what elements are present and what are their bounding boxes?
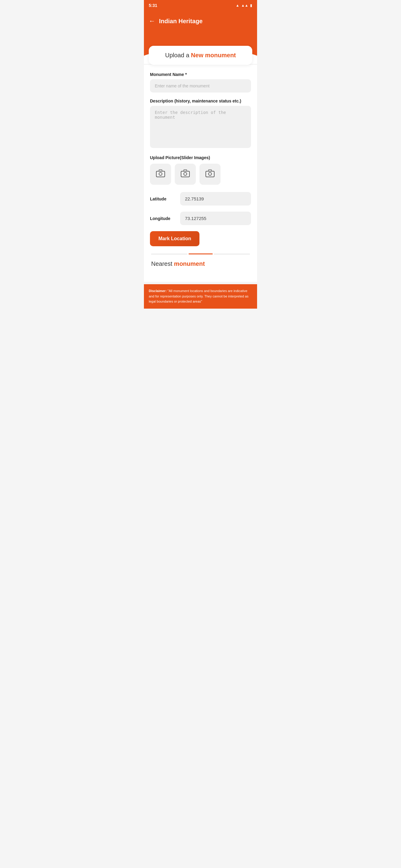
top-nav-bar: ← Indian Heritage bbox=[144, 11, 257, 28]
longitude-input[interactable] bbox=[180, 212, 251, 225]
wifi-icon: ▲ bbox=[236, 3, 239, 7]
divider-section bbox=[150, 253, 251, 254]
signal-icon: ▲▲ bbox=[241, 3, 248, 7]
battery-icon: ▮ bbox=[250, 3, 252, 7]
description-label: Description (history, maintenance status… bbox=[150, 98, 251, 103]
disclaimer-label: Disclaimer: bbox=[149, 289, 167, 293]
form-section: Monument Name * Description (history, ma… bbox=[144, 65, 257, 282]
nearest-highlight: monument bbox=[174, 260, 205, 267]
disclaimer-bar: Disclaimer: "All monument locations and … bbox=[144, 284, 257, 309]
longitude-label: Longitude bbox=[150, 216, 180, 221]
status-bar: 5:31 ▲ ▲▲ ▮ bbox=[144, 0, 257, 11]
camera-button-1[interactable] bbox=[150, 164, 171, 185]
description-input[interactable] bbox=[150, 106, 251, 148]
divider-indicator bbox=[189, 253, 213, 254]
nearest-text: Nearest monument bbox=[151, 260, 205, 267]
svg-rect-8 bbox=[208, 170, 211, 171]
camera-buttons-row bbox=[150, 164, 251, 185]
monument-name-label: Monument Name * bbox=[150, 72, 251, 77]
svg-rect-6 bbox=[206, 171, 214, 177]
camera-icon-1 bbox=[156, 169, 165, 179]
upload-highlight: New monument bbox=[191, 52, 236, 59]
svg-rect-5 bbox=[184, 170, 187, 171]
disclaimer-text: Disclaimer: "All monument locations and … bbox=[149, 288, 252, 304]
upload-heading-card: Upload a New monument bbox=[149, 46, 252, 65]
svg-rect-3 bbox=[181, 171, 190, 177]
svg-rect-0 bbox=[156, 171, 165, 177]
upload-heading: Upload a New monument bbox=[156, 52, 245, 59]
mark-location-button[interactable]: Mark Location bbox=[150, 231, 199, 246]
divider-right bbox=[214, 254, 250, 254]
camera-icon-2 bbox=[181, 169, 190, 179]
nearest-section: Nearest monument bbox=[150, 260, 251, 275]
latitude-row: Latitude bbox=[150, 192, 251, 206]
longitude-row: Longitude bbox=[150, 212, 251, 225]
description-field-group: Description (history, maintenance status… bbox=[150, 98, 251, 149]
status-time: 5:31 bbox=[149, 3, 157, 8]
svg-point-7 bbox=[208, 173, 211, 176]
svg-point-1 bbox=[159, 173, 162, 176]
camera-icon-3 bbox=[205, 169, 214, 179]
status-icons: ▲ ▲▲ ▮ bbox=[236, 3, 252, 7]
monument-name-input[interactable] bbox=[150, 79, 251, 93]
latitude-label: Latitude bbox=[150, 196, 180, 201]
upload-picture-field-group: Upload Picture(Slider Images) bbox=[150, 155, 251, 185]
back-button[interactable]: ← bbox=[149, 18, 155, 24]
divider-left bbox=[151, 254, 188, 254]
camera-button-2[interactable] bbox=[175, 164, 196, 185]
nearest-prefix: Nearest bbox=[151, 260, 174, 267]
monument-name-field-group: Monument Name * bbox=[150, 72, 251, 93]
camera-button-3[interactable] bbox=[199, 164, 221, 185]
latitude-input[interactable] bbox=[180, 192, 251, 206]
app-title: Indian Heritage bbox=[159, 18, 202, 25]
upload-prefix: Upload a bbox=[165, 52, 191, 59]
svg-point-4 bbox=[184, 173, 187, 176]
upload-picture-label: Upload Picture(Slider Images) bbox=[150, 155, 251, 160]
svg-rect-2 bbox=[159, 170, 162, 171]
